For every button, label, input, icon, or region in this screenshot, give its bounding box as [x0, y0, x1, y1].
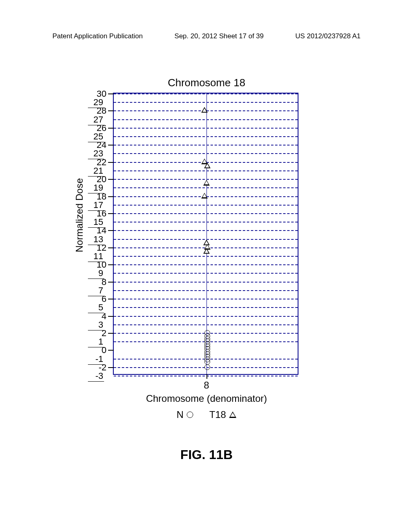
grid-line — [114, 273, 298, 274]
y-tick-label-odd: 27 — [88, 114, 104, 125]
y-tick-label-odd: 3 — [88, 320, 104, 330]
grid-line — [114, 222, 298, 222]
grid-line — [114, 299, 298, 299]
y-tick — [108, 94, 114, 94]
x-tick-label: 8 — [204, 380, 209, 391]
y-tick — [108, 110, 114, 111]
legend-label-n: N — [177, 409, 184, 420]
triangle-icon — [229, 411, 236, 418]
y-tick-label-odd: -1 — [88, 354, 104, 365]
y-tick-label-odd: 29 — [88, 97, 104, 108]
grid-line — [114, 213, 298, 214]
data-point-T18 — [201, 107, 208, 113]
y-tick-label-odd: 7 — [88, 285, 104, 296]
header-left: Patent Application Publication — [52, 32, 143, 40]
grid-line — [114, 376, 298, 376]
y-tick — [108, 128, 114, 129]
data-point-T18 — [203, 248, 210, 254]
legend: N T18 — [0, 409, 413, 420]
x-tick — [206, 374, 207, 379]
y-tick — [108, 299, 114, 299]
y-tick-label-odd: 11 — [88, 251, 104, 262]
y-tick-label-odd: 25 — [88, 131, 104, 142]
y-tick — [108, 162, 114, 163]
grid-line — [114, 230, 298, 231]
y-tick-label-odd: 13 — [88, 234, 104, 245]
grid-line — [114, 205, 298, 206]
grid-line — [114, 170, 298, 171]
y-tick — [108, 264, 114, 265]
y-tick-label-odd: 15 — [88, 217, 104, 228]
grid-line — [114, 307, 298, 308]
plot-wrapper: 8-2024681012141618202224262830-3-1135791… — [113, 93, 298, 375]
page-header: Patent Application Publication Sep. 20, … — [0, 32, 413, 40]
chart-title: Chromosome 18 — [0, 77, 413, 89]
y-tick-label-odd: -3 — [88, 371, 104, 382]
data-point-N — [204, 364, 210, 370]
grid-line — [114, 94, 298, 94]
y-tick — [108, 145, 114, 145]
y-tick-label-odd: 5 — [88, 302, 104, 313]
y-tick-label-odd: 1 — [88, 337, 104, 347]
y-tick — [108, 282, 114, 283]
y-tick — [108, 196, 114, 197]
grid-line — [114, 145, 298, 145]
data-point-T18 — [201, 193, 208, 198]
data-point-T18 — [204, 163, 211, 168]
y-tick — [108, 350, 114, 351]
header-mid: Sep. 20, 2012 Sheet 17 of 39 — [175, 32, 264, 40]
data-point-T18 — [203, 180, 210, 185]
y-tick — [108, 367, 114, 368]
grid-line — [114, 316, 298, 317]
grid-line — [114, 324, 298, 325]
y-tick — [108, 247, 114, 248]
y-tick — [108, 333, 114, 334]
y-tick-label-odd: 17 — [88, 200, 104, 211]
y-axis-label: Normalized Dose — [74, 178, 85, 252]
y-tick — [108, 316, 114, 317]
y-tick — [108, 213, 114, 214]
legend-item-n: N — [177, 409, 193, 420]
grid-line — [114, 290, 298, 291]
plot-area: 8-2024681012141618202224262830-3-1135791… — [113, 93, 298, 375]
grid-line — [114, 256, 298, 257]
y-tick-label-odd: 21 — [88, 166, 104, 177]
y-tick-label-odd: 19 — [88, 183, 104, 193]
y-tick — [108, 179, 114, 180]
x-axis-label: Chromosome (denominator) — [0, 393, 413, 404]
header-right: US 2012/0237928 A1 — [295, 32, 361, 40]
grid-line — [114, 187, 298, 188]
y-tick-label-odd: 9 — [88, 268, 104, 279]
legend-label-t18: T18 — [209, 409, 226, 420]
figure-caption: FIG. 11B — [0, 447, 413, 462]
page: Patent Application Publication Sep. 20, … — [0, 0, 413, 532]
grid-line — [114, 153, 298, 154]
grid-line — [114, 136, 298, 137]
grid-line — [114, 128, 298, 129]
grid-line — [114, 119, 298, 120]
grid-line — [114, 102, 298, 103]
y-tick-label-odd: 23 — [88, 148, 104, 159]
circle-icon — [187, 411, 193, 418]
y-tick — [108, 230, 114, 231]
grid-line — [114, 282, 298, 283]
grid-line — [114, 264, 298, 265]
legend-item-t18: T18 — [209, 409, 236, 420]
